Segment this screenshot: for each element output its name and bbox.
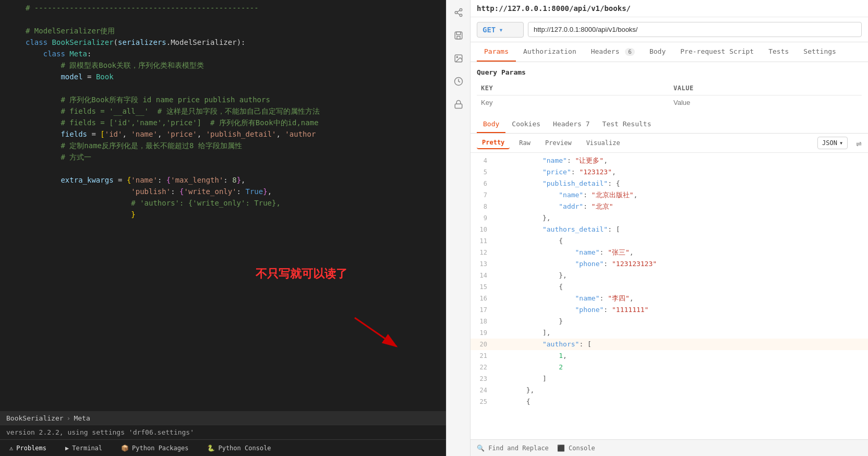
svg-point-4 xyxy=(460,14,462,17)
tab-problems[interactable]: ⚠ Problems xyxy=(4,442,52,454)
code-line xyxy=(0,14,446,25)
annotation-text: 不只写就可以读了 xyxy=(256,266,347,282)
format-raw[interactable]: Raw xyxy=(514,137,536,149)
right-panel-inner: http://127.0.0.1:8000/api/v1/books/ GET … xyxy=(447,0,868,456)
line-content: # fields = '__all__' # 这样是只加字段，不能加自己自定写的… xyxy=(23,105,446,117)
code-line xyxy=(0,163,446,174)
json-line-num: 19 xyxy=(475,327,493,339)
tab-body-label: Body xyxy=(649,47,666,55)
tab-params-label: Params xyxy=(484,47,509,55)
json-line: 12 "name": "张三", xyxy=(471,247,868,258)
method-select[interactable]: GET ▾ xyxy=(477,22,524,38)
code-line xyxy=(0,82,446,94)
sidebar-share-icon[interactable] xyxy=(450,4,467,21)
format-visualize[interactable]: Visualize xyxy=(581,137,625,149)
value-input[interactable] xyxy=(673,99,858,106)
format-pretty[interactable]: Pretty xyxy=(477,137,510,149)
json-line: 21 1, xyxy=(471,350,868,362)
format-select[interactable]: JSON ▾ xyxy=(817,137,848,149)
line-content: class BookSerializer(serializers.ModelSe… xyxy=(23,37,446,48)
json-line: 25 { xyxy=(471,396,868,407)
tab-params[interactable]: Params xyxy=(477,42,516,62)
json-content: "name": "让更多", xyxy=(493,155,864,166)
url-input[interactable] xyxy=(528,22,862,37)
line-content: } xyxy=(23,209,446,220)
tab-authorization[interactable]: Authorization xyxy=(516,42,584,62)
chevron-down-icon: ▾ xyxy=(839,139,843,147)
json-content: ], xyxy=(493,327,864,339)
json-line-num: 11 xyxy=(475,235,493,247)
sidebar-image-icon[interactable] xyxy=(450,50,467,67)
code-area: # --------------------------------------… xyxy=(0,0,446,411)
svg-rect-13 xyxy=(455,104,462,108)
tab-terminal[interactable]: ▶ Terminal xyxy=(60,442,107,454)
format-bar: Pretty Raw Preview Visualize JSON ▾ ⇌ xyxy=(471,134,868,153)
line-content: class Meta: xyxy=(23,48,446,59)
json-line-num: 21 xyxy=(475,350,493,362)
response-headers-label: Headers xyxy=(553,120,582,128)
line-content: model = Book xyxy=(23,71,446,82)
tab-python-packages-label: Python Packages xyxy=(132,445,188,452)
json-content: { xyxy=(493,396,864,407)
code-line: model = Book xyxy=(0,71,446,82)
json-line-num: 4 xyxy=(475,155,493,166)
tab-settings-label: Settings xyxy=(803,47,836,55)
svg-rect-8 xyxy=(456,32,461,34)
sidebar-lock-icon[interactable] xyxy=(450,96,467,113)
svg-line-1 xyxy=(355,318,396,346)
json-line: 24 }, xyxy=(471,385,868,396)
wrap-icon[interactable]: ⇌ xyxy=(856,138,862,149)
json-content: { xyxy=(493,281,864,293)
json-line-num: 18 xyxy=(475,316,493,327)
tab-prerequest[interactable]: Pre-request Script xyxy=(673,42,761,62)
code-line: 'publish': {'write_only': True}, xyxy=(0,186,446,197)
sidebar-save-icon[interactable] xyxy=(450,27,467,44)
response-tab-headers[interactable]: Headers 7 xyxy=(547,116,596,133)
console-btn[interactable]: ⬛ Console xyxy=(557,445,595,452)
line-content: extra_kwargs = {'name': {'max_length': 8… xyxy=(23,174,446,186)
svg-rect-7 xyxy=(455,32,462,39)
json-content: }, xyxy=(493,385,864,396)
sidebar-history-icon[interactable] xyxy=(450,73,467,90)
json-line: 8 "addr": "北京" xyxy=(471,201,868,212)
tab-terminal-label: Terminal xyxy=(72,445,102,452)
tab-body[interactable]: Body xyxy=(642,42,673,62)
tab-headers[interactable]: Headers 6 xyxy=(584,42,642,62)
json-content: "name": "北京出版社", xyxy=(493,189,864,201)
line-content: # 'authors': {'write_only': True}, xyxy=(23,197,446,209)
json-content: ] xyxy=(493,373,864,385)
tab-python-packages[interactable]: 📦 Python Packages xyxy=(116,442,194,454)
json-viewer[interactable]: 4 "name": "让更多", 5 "price": "123123", 6 … xyxy=(471,153,868,439)
code-line: fields = ['id', 'name', 'price', 'publis… xyxy=(0,128,446,140)
json-content: 2 xyxy=(493,362,864,373)
format-preview[interactable]: Preview xyxy=(540,137,577,149)
json-line-num: 16 xyxy=(475,293,493,304)
json-line: 16 "name": "李四", xyxy=(471,293,868,304)
key-input[interactable] xyxy=(481,99,665,106)
response-tab-cookies[interactable]: Cookies xyxy=(505,116,547,133)
tab-python-console[interactable]: 🐍 Python Console xyxy=(202,442,276,454)
code-line: # 跟模型表Book关联，序列化类和表模型类 xyxy=(0,59,446,71)
response-tab-body[interactable]: Body xyxy=(477,116,505,133)
response-cookies-label: Cookies xyxy=(512,120,540,128)
json-line-num: 6 xyxy=(475,178,493,189)
postman-content: http://127.0.0.1:8000/api/v1/books/ GET … xyxy=(471,0,868,456)
json-line-num: 23 xyxy=(475,373,493,385)
query-params-section: Query Params KEY VALUE xyxy=(471,62,868,116)
tab-settings[interactable]: Settings xyxy=(796,42,843,62)
json-line: 6 "publish_detail": { xyxy=(471,178,868,189)
json-line: 18 } xyxy=(471,316,868,327)
json-content: "addr": "北京" xyxy=(493,201,864,212)
tab-tests[interactable]: Tests xyxy=(761,42,796,62)
line-content: # ModelSerializer使用 xyxy=(23,25,446,37)
find-replace-btn[interactable]: 🔍 Find and Replace xyxy=(477,445,549,452)
response-tab-test-results[interactable]: Test Results xyxy=(596,116,658,133)
code-line: extra_kwargs = {'name': {'max_length': 8… xyxy=(0,174,446,186)
json-content: }, xyxy=(493,212,864,224)
params-table: KEY VALUE xyxy=(477,81,862,110)
terminal-bar: ⚠ Problems ▶ Terminal 📦 Python Packages … xyxy=(0,439,446,456)
json-line: 13 "phone": "123123123" xyxy=(471,258,868,270)
json-line: 19 ], xyxy=(471,327,868,339)
breadcrumb: BookSerializer › Meta xyxy=(0,411,446,425)
json-line-num: 15 xyxy=(475,281,493,293)
